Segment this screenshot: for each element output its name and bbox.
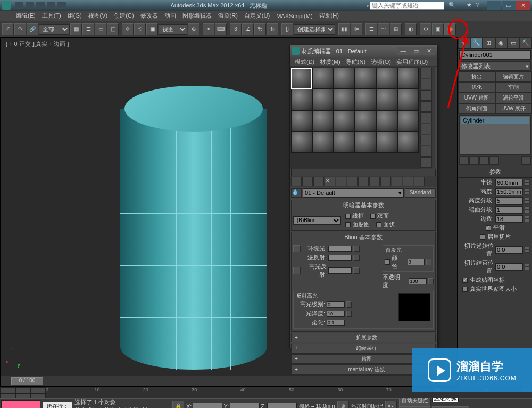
angle-snap-button[interactable]: ∠ xyxy=(242,23,254,35)
select-manip-button[interactable]: ✦ xyxy=(203,23,214,35)
lock-ambient-button[interactable] xyxy=(293,245,301,252)
show-map-button[interactable] xyxy=(380,177,391,186)
mat-hscroll[interactable] xyxy=(291,169,436,176)
undo-button[interactable]: ↶ xyxy=(2,23,14,35)
rect-select-button[interactable]: ▭ xyxy=(95,23,106,35)
qat-btn[interactable] xyxy=(57,2,66,9)
sample-type-button[interactable] xyxy=(420,68,432,78)
selfillum-color-checkbox[interactable] xyxy=(385,259,390,265)
soften-spinner[interactable]: 0.1 xyxy=(327,320,345,326)
reset-map-button[interactable]: ✕ xyxy=(325,177,335,186)
options-button[interactable] xyxy=(420,135,432,145)
faceted-checkbox[interactable] xyxy=(376,222,381,227)
addtime-label[interactable]: 添加时间标记 xyxy=(351,403,383,409)
rotate-button[interactable]: ⟲ xyxy=(134,23,146,35)
tab-utilities[interactable]: 🔨 xyxy=(520,37,532,48)
ambient-color[interactable] xyxy=(328,246,352,252)
menu-modifiers[interactable]: 修改器 xyxy=(137,12,161,20)
wire-checkbox[interactable] xyxy=(345,214,351,219)
mat-slot[interactable] xyxy=(291,68,312,89)
mat-slot[interactable] xyxy=(376,68,397,89)
selfillum-spinner[interactable]: 0 xyxy=(408,259,425,265)
shader-dropdown[interactable]: (B)Blinn xyxy=(293,216,341,225)
mat-slot[interactable] xyxy=(397,132,419,153)
remove-modifier-button[interactable] xyxy=(489,156,499,165)
menu-grapheditors[interactable]: 图形编辑器 xyxy=(179,12,215,20)
menu-rendering[interactable]: 渲染(R) xyxy=(215,12,241,20)
mat-slot[interactable] xyxy=(397,68,419,89)
mat-slot[interactable] xyxy=(376,110,397,132)
coord-y-input[interactable] xyxy=(230,403,260,409)
menu-help[interactable]: 帮助(H) xyxy=(316,12,342,20)
background-button[interactable] xyxy=(420,90,432,101)
realuv-checkbox[interactable] xyxy=(462,287,468,292)
mat-slot[interactable] xyxy=(355,110,376,132)
put-to-lib-button[interactable] xyxy=(358,177,369,186)
menu-edit[interactable]: 编辑(E) xyxy=(13,12,39,20)
radius-spinner[interactable]: 60.0mm xyxy=(495,179,523,186)
slice-checkbox[interactable] xyxy=(480,234,485,240)
mat-slot[interactable] xyxy=(334,89,355,110)
help-search-input[interactable] xyxy=(370,2,444,10)
selection-filter[interactable]: 全部 xyxy=(39,24,70,35)
spinner-snap-button[interactable]: ⇅ xyxy=(267,23,278,35)
mat-menu-modes[interactable]: 模式(D) xyxy=(292,57,317,66)
named-selset[interactable]: 创建选择集 xyxy=(294,24,335,35)
mat-slot[interactable] xyxy=(312,68,334,89)
mat-slot[interactable] xyxy=(334,132,355,153)
mat-slot[interactable] xyxy=(355,89,376,110)
redo-button[interactable]: ↷ xyxy=(14,23,26,35)
render-setup-button[interactable]: ⚙ xyxy=(420,23,431,35)
rollout-params-title[interactable]: 参数 xyxy=(458,166,532,178)
qat-btn[interactable] xyxy=(15,2,23,9)
opacity-spinner[interactable]: 100 xyxy=(409,278,427,284)
mat-min-button[interactable]: — xyxy=(397,47,409,55)
mat-menu-navigation[interactable]: 导航(N) xyxy=(343,57,368,66)
height-spinner[interactable]: 150.0mm xyxy=(495,188,523,195)
tab-modify[interactable]: 🔧 xyxy=(470,37,483,48)
mat-slot[interactable] xyxy=(397,89,419,110)
schematic-button[interactable]: ⊞ xyxy=(390,23,402,35)
mat-slot[interactable] xyxy=(312,89,334,110)
heightseg-spinner[interactable]: 5 xyxy=(495,197,523,205)
material-type-button[interactable]: Standard xyxy=(405,188,436,198)
menu-create[interactable]: 创建(C) xyxy=(111,12,137,20)
mat-slot[interactable] xyxy=(376,132,397,153)
show-end-result-button[interactable] xyxy=(469,156,479,165)
lock-spec-button[interactable] xyxy=(293,267,301,274)
window-crossing-button[interactable]: ◫ xyxy=(107,23,119,35)
mod-lathe[interactable]: 车削 xyxy=(495,82,533,93)
keyboard-shortcut-button[interactable]: ⌨ xyxy=(215,23,227,35)
genuv-checkbox[interactable]: ✓ xyxy=(462,278,468,283)
tab-motion[interactable]: ◉ xyxy=(495,37,508,48)
go-forward-button[interactable] xyxy=(414,177,425,186)
go-parent-button[interactable] xyxy=(403,177,413,186)
close-button[interactable]: ✕ xyxy=(516,1,530,10)
material-editor-button[interactable]: ◐ xyxy=(405,23,417,35)
configure-sets-button[interactable] xyxy=(521,156,531,165)
stack-item-cylinder[interactable]: Cylinder xyxy=(461,117,529,124)
help-icon[interactable]: ? xyxy=(476,2,483,9)
tab-hierarchy[interactable]: ⊞ xyxy=(483,37,495,48)
make-copy-button[interactable] xyxy=(336,177,346,186)
diffuse-map-button[interactable] xyxy=(353,255,360,261)
setkey-button[interactable]: 设置关键点 xyxy=(399,406,431,409)
menu-customize[interactable]: 自定义(U) xyxy=(241,12,273,20)
select-button[interactable]: ▦ xyxy=(70,23,82,35)
mat-id-button[interactable] xyxy=(369,177,380,186)
layers-button[interactable]: ☰ xyxy=(365,23,377,35)
menu-views[interactable]: 视图(V) xyxy=(85,12,111,20)
pick-material-button[interactable]: 💧 xyxy=(291,188,302,198)
mat-slot[interactable] xyxy=(334,110,355,132)
capseg-spinner[interactable]: 1 xyxy=(495,206,523,214)
make-unique-button[interactable] xyxy=(479,156,489,165)
mat-max-button[interactable]: ▭ xyxy=(410,47,422,55)
pivot-button[interactable]: ⊕ xyxy=(188,23,200,35)
minimize-button[interactable]: — xyxy=(487,1,501,10)
backlight-button[interactable] xyxy=(420,79,432,89)
video-check-button[interactable] xyxy=(420,112,432,123)
maximize-button[interactable]: ▭ xyxy=(502,1,516,10)
speclevel-spinner[interactable]: 0 xyxy=(327,301,345,308)
percent-snap-button[interactable]: % xyxy=(254,23,266,35)
assign-to-sel-button[interactable] xyxy=(313,177,324,186)
